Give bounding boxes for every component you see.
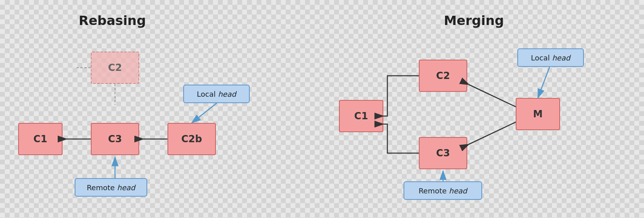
local-head-to-m-arrow — [538, 67, 550, 98]
merging-title: Merging — [444, 13, 504, 28]
local-head-rebase-label: Local head — [183, 85, 250, 103]
m-to-c3-arrow — [469, 122, 516, 144]
c2-to-c1-arrow — [383, 76, 419, 116]
m-to-c2-arrow — [469, 85, 516, 107]
m-merge-label: M — [533, 108, 543, 120]
c1-merge-label: C1 — [354, 110, 368, 122]
c3-merge-label: C3 — [436, 147, 450, 159]
diagram-container: Rebasing Merging C1 C2 C3 C2b Local head… — [0, 0, 644, 218]
c1-merge-box: C1 — [339, 100, 383, 132]
c2b-rebase-box: C2b — [167, 123, 216, 155]
rebasing-title: Rebasing — [79, 13, 146, 28]
remote-head-rebase-label: Remote head — [75, 178, 147, 197]
c1-rebase-box: C1 — [18, 123, 63, 155]
c2-merge-box: C2 — [419, 60, 467, 92]
c2-rebase-dashed-box: C2 — [91, 52, 139, 84]
remote-head-merge-label: Remote head — [404, 181, 482, 200]
c3-merge-box: C3 — [419, 137, 467, 169]
c2b-rebase-label: C2b — [181, 133, 202, 145]
c1-rebase-label: C1 — [33, 133, 47, 145]
c3-rebase-label: C3 — [108, 133, 122, 145]
local-head-to-c2b-arrow — [192, 103, 217, 123]
c2-rebase-dashed-label: C2 — [108, 62, 122, 73]
c2-merge-label: C2 — [436, 70, 450, 81]
m-merge-box: M — [516, 98, 560, 130]
local-head-merge-label: Local head — [517, 48, 584, 67]
c3-to-c1-merge-arrow — [383, 124, 419, 153]
c3-rebase-box: C3 — [91, 123, 139, 155]
